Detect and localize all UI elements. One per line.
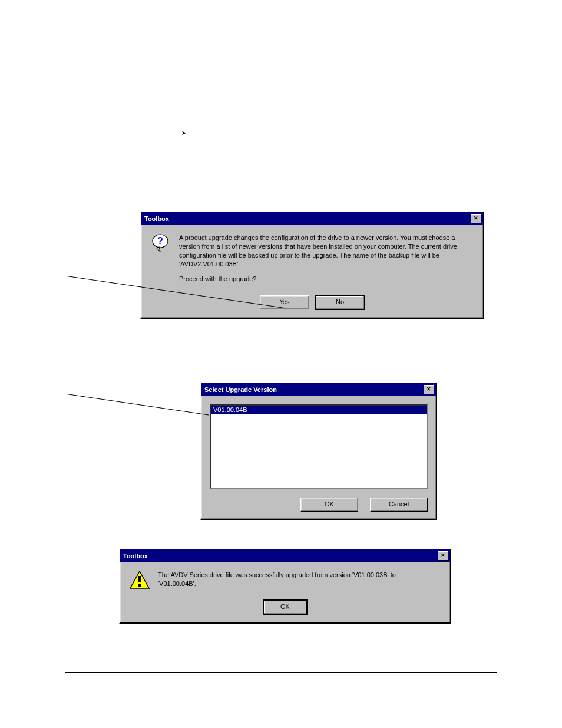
dialog-select-version: Select Upgrade Version ✕ V01.00.04B OK C… — [200, 382, 437, 520]
dialog-message: The AVDV Series drive file was successfu… — [158, 571, 429, 594]
ok-button[interactable]: OK — [263, 600, 307, 614]
cancel-button[interactable]: Cancel — [370, 498, 428, 512]
dialog-toolbox-confirm: Toolbox ✕ ? A product upgrade changes th… — [140, 211, 484, 319]
arrow-bullet: ➤ — [181, 130, 186, 136]
dialog-message: A product upgrade changes the configurat… — [179, 233, 474, 289]
list-item[interactable]: V01.00.04B — [211, 406, 427, 414]
dialog-toolbox-success: Toolbox ✕ The AVDV Series drive file was… — [119, 548, 451, 624]
ok-button[interactable]: OK — [300, 498, 358, 512]
svg-rect-6 — [138, 584, 141, 587]
no-button[interactable]: No — [315, 295, 365, 309]
svg-text:?: ? — [157, 236, 163, 246]
pointer-line-list — [65, 394, 210, 417]
titlebar: Select Upgrade Version ✕ — [201, 383, 436, 396]
svg-rect-5 — [138, 576, 141, 582]
svg-line-3 — [65, 394, 209, 415]
question-icon: ? — [151, 233, 170, 252]
dialog-title: Select Upgrade Version — [203, 386, 277, 393]
dialog-title: Toolbox — [143, 215, 169, 222]
yes-button[interactable]: Yes — [260, 295, 309, 309]
version-listbox[interactable]: V01.00.04B — [210, 404, 428, 489]
close-button[interactable]: ✕ — [438, 551, 448, 561]
footer-rule — [65, 672, 497, 673]
dialog-title: Toolbox — [122, 552, 148, 559]
warning-icon — [130, 571, 148, 589]
close-button[interactable]: ✕ — [471, 214, 481, 223]
close-button[interactable]: ✕ — [424, 385, 434, 394]
titlebar: Toolbox ✕ — [120, 549, 450, 562]
titlebar: Toolbox ✕ — [141, 212, 483, 225]
